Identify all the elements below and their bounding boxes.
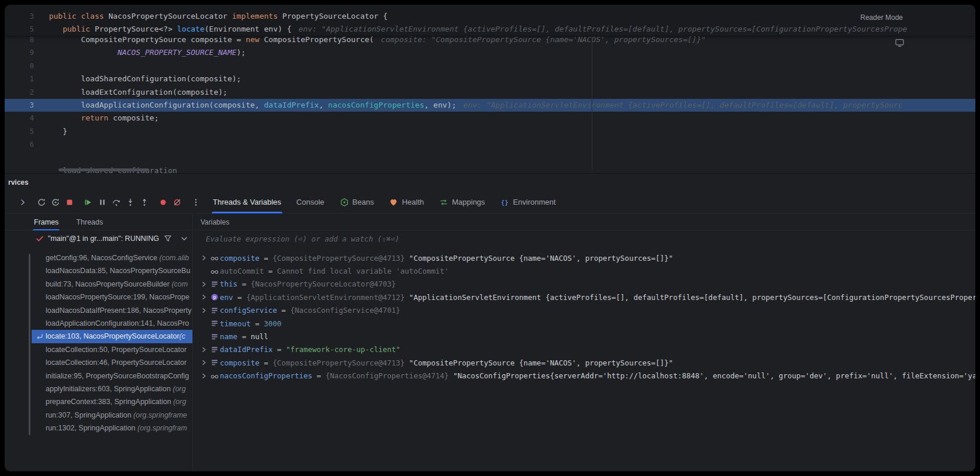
line-number[interactable]: 5 (5, 23, 34, 36)
variable-value: {CompositePropertySource@4713} (272, 358, 409, 367)
view-breakpoints-button[interactable] (157, 196, 170, 209)
reader-mode-label[interactable]: Reader Mode (860, 13, 903, 22)
stack-frame[interactable]: build:73, NacosPropertySourceBuilder (co… (5, 278, 192, 291)
stack-frame[interactable]: locate:103, NacosPropertySourceLocator (… (32, 330, 192, 343)
expand-chevron-cell[interactable] (199, 306, 209, 315)
code-line: 5} (5, 125, 975, 138)
rerun-button[interactable] (35, 196, 48, 209)
tab-environment[interactable]: {}Environment (500, 191, 555, 213)
expand-chevron-cell[interactable] (199, 253, 209, 263)
frames-threads-tabs: FramesThreads (5, 214, 192, 230)
tab-threads[interactable]: Threads (76, 214, 103, 230)
variable-row[interactable]: timeout = 3000 (193, 317, 975, 330)
variable-kind-cell (209, 371, 220, 381)
chevron-down-icon (180, 234, 189, 243)
variable-row[interactable]: composite = {CompositePropertySource@471… (193, 356, 975, 369)
line-number[interactable]: 5 (5, 125, 34, 138)
inline-debugger-hint[interactable]: composite: "CompositePropertySource {nam… (381, 35, 706, 44)
stack-frame[interactable]: run:1302, SpringApplication (org.springf… (5, 422, 192, 434)
chevron-right-button[interactable] (16, 196, 29, 209)
variable-value: {ApplicationServletEnvironment@4712} (246, 293, 409, 302)
code-text: NACOS_PROPERTY_SOURCE_NAME); (40, 46, 246, 59)
step-over-button[interactable] (110, 196, 123, 209)
variable-row[interactable]: autoCommit = Cannot find local variable … (193, 264, 975, 277)
variable-row[interactable]: penv = {ApplicationServletEnvironment@47… (193, 291, 975, 303)
expand-chevron-cell[interactable] (199, 292, 209, 302)
expand-chevron-cell[interactable] (199, 345, 209, 354)
variable-value: "framework-core-up-client" (286, 345, 401, 354)
variable-row[interactable]: this = {NacosPropertySourceLocator@4703} (193, 278, 975, 291)
variable-row[interactable]: nacosConfigProperties = {NacosConfigProp… (193, 370, 975, 382)
frames-filter-button[interactable] (163, 234, 172, 245)
thread-status-icon (35, 234, 44, 243)
thread-dropdown-button[interactable] (180, 234, 189, 245)
tab-beans[interactable]: Beans (340, 191, 374, 213)
resume-button[interactable] (82, 196, 95, 209)
variable-row[interactable]: name = null (193, 330, 975, 343)
variable-row[interactable]: dataIdPrefix = "framework-core-up-client… (193, 343, 975, 356)
stack-frame[interactable]: applyInitializers:603, SpringApplication… (5, 382, 192, 395)
expand-chevron-cell[interactable] (199, 358, 209, 367)
filter-icon (163, 234, 172, 243)
tab-frames[interactable]: Frames (34, 214, 58, 230)
editor-horizontal-scrollbar[interactable] (58, 168, 149, 171)
tab-health[interactable]: Health (389, 191, 424, 213)
stop-button[interactable] (63, 196, 76, 209)
field-icon (210, 358, 219, 367)
variable-kind-cell (209, 319, 220, 328)
watch-icon (210, 253, 219, 263)
stack-frame[interactable]: getConfig:96, NacosConfigService (com.al… (5, 251, 192, 264)
rerun-debug-button[interactable] (49, 196, 62, 209)
environment-icon: {} (500, 198, 509, 207)
frame-location: loadNacosData:85, NacosPropertySourceBu (46, 267, 190, 275)
frame-location: locate:103, NacosPropertySourceLocator (46, 330, 180, 343)
line-number[interactable]: 9 (5, 46, 34, 59)
line-number[interactable]: 4 (5, 112, 34, 125)
stack-frame[interactable]: prepareContext:383, SpringApplication (o… (5, 395, 192, 408)
step-into-button[interactable] (124, 196, 137, 209)
variable-row[interactable]: configService = {NacosConfigService@4701… (193, 304, 975, 317)
inline-debugger-hint[interactable]: env: "ApplicationServletEnvironment {act… (463, 101, 902, 109)
code-line: 6 (5, 138, 975, 151)
line-number[interactable]: 1 (5, 73, 34, 85)
tab-label: Mappings (452, 198, 485, 206)
frame-location: prepareContext:383, SpringApplication (46, 398, 173, 406)
tab-console[interactable]: Console (296, 191, 325, 213)
pause-button[interactable] (96, 196, 109, 209)
editor: 8CompositePropertySource composite = new… (5, 5, 975, 173)
code-line: 0 (5, 60, 975, 73)
stack-frame[interactable]: loadNacosPropertySource:199, NacosPrope (5, 291, 192, 303)
frames-scrollbar[interactable] (29, 254, 30, 435)
stack-frame[interactable]: loadApplicationConfiguration:141, NacosP… (5, 317, 192, 330)
line-number[interactable]: 6 (5, 138, 34, 151)
tab-mappings[interactable]: Mappings (439, 191, 485, 213)
mute-breakpoints-icon (172, 198, 182, 207)
frames-list: getConfig:96, NacosConfigService (com.al… (5, 247, 192, 471)
line-number[interactable]: 0 (5, 60, 34, 73)
variable-row[interactable]: composite = {CompositePropertySource@471… (193, 251, 975, 264)
watch-input[interactable]: Evaluate expression (⏎) or add a watch (… (193, 230, 975, 247)
inlay-widget-button[interactable] (895, 38, 905, 49)
thread-selector[interactable]: "main"@1 in gr...main": RUNNING (5, 230, 192, 247)
stack-frame[interactable]: loadNacosDataIfPresent:186, NacosPropert… (5, 304, 192, 317)
stack-frame[interactable]: run:307, SpringApplication (org.springfr… (5, 409, 192, 422)
step-out-button[interactable] (138, 196, 151, 209)
variable-name: configService (220, 306, 277, 315)
more-vertical-button[interactable] (189, 196, 202, 209)
mute-breakpoints-button[interactable] (171, 196, 184, 209)
line-number[interactable]: 2 (5, 86, 34, 99)
tab-threads-variables[interactable]: Threads & Variables (213, 191, 281, 213)
expand-chevron-cell[interactable] (199, 280, 209, 289)
inline-debugger-hint[interactable]: env: "ApplicationServletEnvironment {act… (299, 25, 907, 33)
tab-label: Beans (353, 198, 374, 206)
stack-frame[interactable]: initialize:95, PropertySourceBootstrapCo… (5, 370, 192, 382)
expand-chevron-cell[interactable] (199, 371, 209, 381)
line-number[interactable]: 3 (5, 10, 34, 23)
debug-content: FramesThreads "main"@1 in gr...main": RU… (5, 214, 975, 471)
stack-frame[interactable]: loadNacosData:85, NacosPropertySourceBu (5, 264, 192, 277)
stack-frame[interactable]: locateCollection:50, PropertySourceLocat… (5, 343, 192, 356)
health-icon (389, 198, 398, 207)
line-number[interactable]: 3 (5, 99, 34, 112)
variable-value: "ApplicationServletEnvironment {activePr… (409, 293, 975, 302)
stack-frame[interactable]: locateCollection:46, PropertySourceLocat… (5, 356, 192, 369)
